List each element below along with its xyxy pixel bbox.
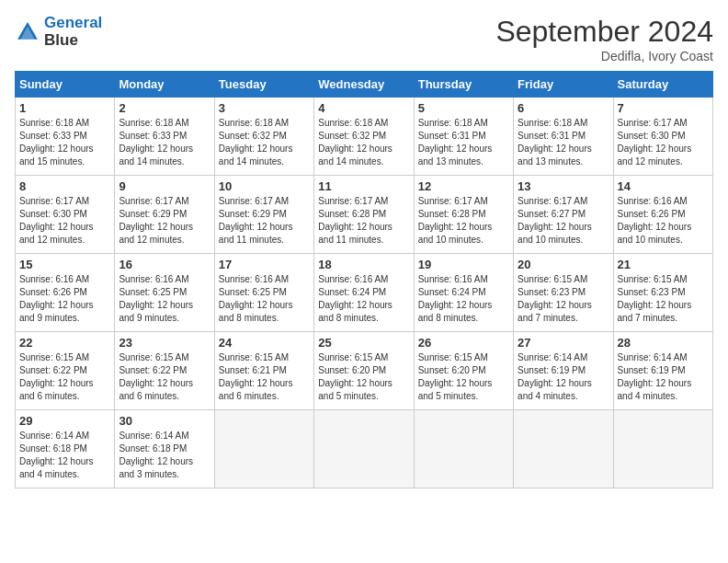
logo-icon: [15, 19, 40, 45]
day-number: 28: [618, 336, 709, 350]
calendar-cell: 20 Sunrise: 6:15 AM Sunset: 6:23 PM Dayl…: [514, 254, 613, 332]
cell-info: Sunrise: 6:17 AM Sunset: 6:27 PM Dayligh…: [518, 195, 609, 247]
day-number: 5: [418, 101, 509, 115]
cell-info: Sunrise: 6:16 AM Sunset: 6:26 PM Dayligh…: [19, 273, 110, 325]
day-number: 8: [19, 179, 110, 193]
day-number: 17: [219, 258, 310, 271]
calendar-cell: 1 Sunrise: 6:18 AM Sunset: 6:33 PM Dayli…: [16, 98, 115, 176]
calendar-cell: 30 Sunrise: 6:14 AM Sunset: 6:18 PM Dayl…: [115, 410, 214, 488]
calendar-cell: 22 Sunrise: 6:15 AM Sunset: 6:22 PM Dayl…: [16, 332, 115, 410]
logo-text-general: General: [44, 14, 102, 31]
calendar-cell: 15 Sunrise: 6:16 AM Sunset: 6:26 PM Dayl…: [16, 254, 115, 332]
cell-info: Sunrise: 6:17 AM Sunset: 6:29 PM Dayligh…: [219, 195, 310, 247]
calendar-cell: 12 Sunrise: 6:17 AM Sunset: 6:28 PM Dayl…: [414, 176, 513, 254]
col-header-friday: Friday: [514, 72, 613, 98]
calendar-cell: 24 Sunrise: 6:15 AM Sunset: 6:21 PM Dayl…: [214, 332, 313, 410]
week-row-3: 15 Sunrise: 6:16 AM Sunset: 6:26 PM Dayl…: [16, 254, 713, 332]
day-number: 15: [19, 258, 110, 271]
calendar-cell: 11 Sunrise: 6:17 AM Sunset: 6:28 PM Dayl…: [314, 176, 414, 254]
day-number: 6: [518, 101, 609, 115]
cell-info: Sunrise: 6:14 AM Sunset: 6:18 PM Dayligh…: [19, 430, 110, 481]
cell-info: Sunrise: 6:17 AM Sunset: 6:28 PM Dayligh…: [318, 195, 409, 247]
cell-info: Sunrise: 6:14 AM Sunset: 6:19 PM Dayligh…: [618, 351, 709, 403]
cell-info: Sunrise: 6:16 AM Sunset: 6:25 PM Dayligh…: [219, 273, 310, 325]
cell-info: Sunrise: 6:18 AM Sunset: 6:31 PM Dayligh…: [518, 117, 609, 168]
cell-info: Sunrise: 6:15 AM Sunset: 6:22 PM Dayligh…: [19, 351, 110, 403]
calendar-cell: 29 Sunrise: 6:14 AM Sunset: 6:18 PM Dayl…: [16, 410, 115, 488]
day-number: 2: [119, 101, 210, 115]
calendar-cell: 7 Sunrise: 6:17 AM Sunset: 6:30 PM Dayli…: [613, 98, 712, 176]
calendar-cell: [214, 410, 313, 488]
calendar-cell: 10 Sunrise: 6:17 AM Sunset: 6:29 PM Dayl…: [214, 176, 313, 254]
calendar-cell: [314, 410, 414, 488]
calendar-cell: 26 Sunrise: 6:15 AM Sunset: 6:20 PM Dayl…: [414, 332, 513, 410]
day-number: 26: [418, 336, 509, 350]
calendar-cell: 18 Sunrise: 6:16 AM Sunset: 6:24 PM Dayl…: [314, 254, 414, 332]
calendar-cell: 19 Sunrise: 6:16 AM Sunset: 6:24 PM Dayl…: [414, 254, 513, 332]
cell-info: Sunrise: 6:18 AM Sunset: 6:32 PM Dayligh…: [219, 117, 310, 168]
day-number: 9: [119, 179, 210, 193]
day-number: 1: [19, 101, 110, 115]
calendar-cell: 2 Sunrise: 6:18 AM Sunset: 6:33 PM Dayli…: [115, 98, 214, 176]
calendar-cell: 25 Sunrise: 6:15 AM Sunset: 6:20 PM Dayl…: [314, 332, 414, 410]
cell-info: Sunrise: 6:16 AM Sunset: 6:24 PM Dayligh…: [318, 273, 409, 325]
day-number: 11: [318, 179, 409, 193]
cell-info: Sunrise: 6:14 AM Sunset: 6:19 PM Dayligh…: [518, 351, 609, 403]
week-row-4: 22 Sunrise: 6:15 AM Sunset: 6:22 PM Dayl…: [16, 332, 713, 410]
day-number: 19: [418, 258, 509, 271]
calendar-cell: 14 Sunrise: 6:16 AM Sunset: 6:26 PM Dayl…: [613, 176, 712, 254]
day-number: 25: [318, 336, 409, 350]
calendar-cell: 4 Sunrise: 6:18 AM Sunset: 6:32 PM Dayli…: [314, 98, 414, 176]
calendar-cell: 21 Sunrise: 6:15 AM Sunset: 6:23 PM Dayl…: [613, 254, 712, 332]
day-number: 7: [618, 101, 709, 115]
calendar-cell: [514, 410, 613, 488]
day-number: 12: [418, 179, 509, 193]
cell-info: Sunrise: 6:18 AM Sunset: 6:31 PM Dayligh…: [418, 117, 509, 168]
day-number: 16: [119, 258, 210, 271]
calendar-cell: 28 Sunrise: 6:14 AM Sunset: 6:19 PM Dayl…: [613, 332, 712, 410]
col-header-sunday: Sunday: [16, 72, 115, 98]
logo: General Blue: [15, 15, 102, 49]
col-header-tuesday: Tuesday: [214, 72, 313, 98]
cell-info: Sunrise: 6:15 AM Sunset: 6:20 PM Dayligh…: [318, 351, 409, 403]
week-row-1: 1 Sunrise: 6:18 AM Sunset: 6:33 PM Dayli…: [16, 98, 713, 176]
cell-info: Sunrise: 6:15 AM Sunset: 6:22 PM Dayligh…: [119, 351, 210, 403]
day-number: 3: [219, 101, 310, 115]
cell-info: Sunrise: 6:16 AM Sunset: 6:24 PM Dayligh…: [418, 273, 509, 325]
cell-info: Sunrise: 6:17 AM Sunset: 6:30 PM Dayligh…: [19, 195, 110, 247]
day-number: 29: [19, 414, 110, 428]
cell-info: Sunrise: 6:15 AM Sunset: 6:23 PM Dayligh…: [618, 273, 709, 325]
calendar-cell: [414, 410, 513, 488]
day-number: 4: [318, 101, 409, 115]
calendar-table: SundayMondayTuesdayWednesdayThursdayFrid…: [15, 71, 713, 488]
calendar-cell: 5 Sunrise: 6:18 AM Sunset: 6:31 PM Dayli…: [414, 98, 513, 176]
calendar-cell: 6 Sunrise: 6:18 AM Sunset: 6:31 PM Dayli…: [514, 98, 613, 176]
day-number: 30: [119, 414, 210, 428]
col-header-thursday: Thursday: [414, 72, 513, 98]
cell-info: Sunrise: 6:15 AM Sunset: 6:23 PM Dayligh…: [518, 273, 609, 325]
calendar-cell: 3 Sunrise: 6:18 AM Sunset: 6:32 PM Dayli…: [214, 98, 313, 176]
calendar-cell: 8 Sunrise: 6:17 AM Sunset: 6:30 PM Dayli…: [16, 176, 115, 254]
title-block: September 2024 Dedifla, Ivory Coast: [495, 15, 713, 63]
week-row-2: 8 Sunrise: 6:17 AM Sunset: 6:30 PM Dayli…: [16, 176, 713, 254]
day-number: 13: [518, 179, 609, 193]
cell-info: Sunrise: 6:14 AM Sunset: 6:18 PM Dayligh…: [119, 430, 210, 481]
col-header-saturday: Saturday: [613, 72, 712, 98]
day-number: 21: [618, 258, 709, 271]
cell-info: Sunrise: 6:17 AM Sunset: 6:28 PM Dayligh…: [418, 195, 509, 247]
month-title: September 2024: [495, 15, 713, 49]
day-number: 27: [518, 336, 609, 350]
calendar-cell: 9 Sunrise: 6:17 AM Sunset: 6:29 PM Dayli…: [115, 176, 214, 254]
cell-info: Sunrise: 6:17 AM Sunset: 6:29 PM Dayligh…: [119, 195, 210, 247]
col-header-wednesday: Wednesday: [314, 72, 414, 98]
week-row-5: 29 Sunrise: 6:14 AM Sunset: 6:18 PM Dayl…: [16, 410, 713, 488]
day-number: 18: [318, 258, 409, 271]
col-header-monday: Monday: [115, 72, 214, 98]
cell-info: Sunrise: 6:17 AM Sunset: 6:30 PM Dayligh…: [618, 117, 709, 168]
cell-info: Sunrise: 6:18 AM Sunset: 6:33 PM Dayligh…: [119, 117, 210, 168]
header-row: SundayMondayTuesdayWednesdayThursdayFrid…: [16, 72, 713, 98]
calendar-cell: 13 Sunrise: 6:17 AM Sunset: 6:27 PM Dayl…: [514, 176, 613, 254]
day-number: 24: [219, 336, 310, 350]
location-text: Dedifla, Ivory Coast: [495, 49, 713, 63]
calendar-cell: 23 Sunrise: 6:15 AM Sunset: 6:22 PM Dayl…: [115, 332, 214, 410]
